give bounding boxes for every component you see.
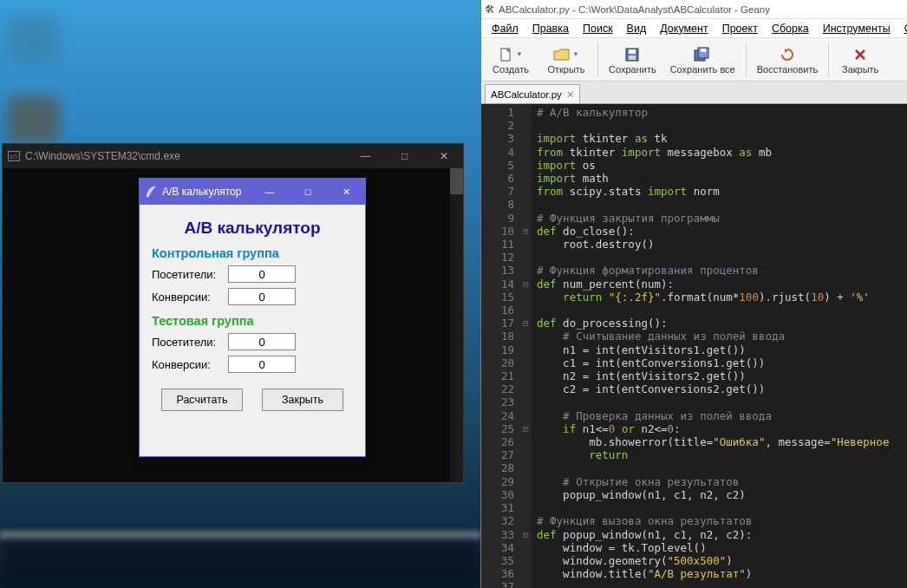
code-editor[interactable]: 1 2 3 4 5 6 7 8 9 10 11 12 13 14 15 16 1… — [481, 104, 907, 588]
geany-window-title: ABCalculator.py - C:\Work\DataAnalyst\AB… — [499, 4, 770, 15]
close-button[interactable]: ✕ — [327, 179, 365, 205]
svg-rect-2 — [629, 49, 636, 54]
close-button[interactable]: ✕ — [424, 144, 463, 168]
toolbar-separator — [746, 42, 747, 77]
file-new-icon: ▼ — [499, 45, 523, 64]
toolbar-new[interactable]: ▼ Создать — [483, 40, 538, 80]
toolbar-revert[interactable]: Восстановить — [750, 40, 825, 80]
calculate-button[interactable]: Расчитать — [161, 389, 243, 411]
menu-tools[interactable]: Инструменты — [816, 21, 897, 36]
revert-icon — [780, 45, 795, 64]
desktop-icon-blur — [7, 16, 59, 63]
tk-button-row: Расчитать Закрыть — [152, 389, 353, 411]
input-visitors-test[interactable] — [228, 333, 296, 350]
toolbar-new-label: Создать — [493, 64, 529, 75]
file-tab-label: ABCalculator.py — [491, 89, 562, 100]
row-visitors-control: Посетители: — [152, 265, 353, 283]
minimize-button[interactable]: — — [251, 179, 289, 205]
toolbar-saveall-label: Сохранить все — [670, 64, 735, 75]
maximize-button[interactable]: □ — [385, 144, 424, 168]
tk-window-title: A/B калькулятор — [162, 186, 251, 198]
menu-document[interactable]: Документ — [653, 21, 715, 36]
save-all-icon — [694, 45, 711, 64]
menu-help[interactable]: Справка — [897, 21, 907, 36]
app-heading: A/B калькулятор — [152, 219, 353, 238]
label-conversions: Конверсии: — [152, 358, 228, 371]
toolbar-save[interactable]: Сохранить — [602, 40, 663, 80]
input-visitors-control[interactable] — [228, 265, 296, 283]
toolbar-saveall[interactable]: Сохранить все — [663, 40, 742, 80]
label-visitors: Посетители: — [152, 336, 228, 349]
label-visitors: Посетители: — [152, 268, 228, 281]
label-conversions: Конверсии: — [152, 291, 228, 304]
cmd-titlebar[interactable]: c:\ C:\Windows\SYSTEM32\cmd.exe — □ ✕ — [3, 144, 463, 168]
fold-gutter[interactable]: ⊟ ⊟ ⊟ ⊟ ⊟ — [519, 104, 532, 588]
folder-open-icon: ▼ — [553, 45, 579, 64]
desktop-taskbar-blur — [0, 536, 480, 588]
svg-rect-3 — [629, 56, 636, 60]
geany-toolbar: ▼ Создать ▼ Открыть Сохранить Сохранить … — [481, 38, 907, 82]
svg-rect-6 — [701, 49, 706, 52]
cmd-title: C:\Windows\SYSTEM32\cmd.exe — [25, 150, 346, 162]
minimize-button[interactable]: — — [346, 144, 385, 168]
tk-feather-icon — [145, 185, 157, 199]
input-conversions-control[interactable] — [228, 288, 296, 305]
close-app-button[interactable]: Закрыть — [262, 389, 343, 411]
maximize-button[interactable]: □ — [289, 179, 327, 205]
toolbar-separator — [597, 42, 598, 77]
cmd-scrollbar[interactable] — [450, 168, 463, 482]
code-content[interactable]: # A/B калькулятор import tkinter as tk f… — [532, 104, 907, 588]
geany-window: 🛠 ABCalculator.py - C:\Work\DataAnalyst\… — [480, 0, 907, 588]
toolbar-revert-label: Восстановить — [757, 64, 818, 75]
toolbar-separator — [828, 42, 829, 77]
geany-menubar: Файл Правка Поиск Вид Документ Проект Сб… — [481, 19, 907, 38]
save-icon — [624, 45, 640, 64]
geany-tabbar: ABCalculator.py × — [481, 82, 907, 104]
menu-file[interactable]: Файл — [485, 21, 525, 36]
menu-project[interactable]: Проект — [715, 21, 765, 36]
menu-view[interactable]: Вид — [620, 21, 654, 36]
test-group-heading: Тестовая группа — [152, 314, 353, 328]
toolbar-open-label: Открыть — [547, 64, 584, 75]
tk-titlebar[interactable]: A/B калькулятор — □ ✕ — [140, 179, 365, 205]
menu-build[interactable]: Сборка — [765, 21, 816, 36]
row-conversions-control: Конверсии: — [152, 288, 353, 305]
control-group-heading: Контрольная группа — [152, 246, 353, 260]
file-tab[interactable]: ABCalculator.py × — [485, 84, 580, 103]
close-icon — [853, 45, 867, 64]
menu-search[interactable]: Поиск — [576, 21, 620, 36]
toolbar-close[interactable]: Закрыть — [832, 40, 888, 80]
row-visitors-test: Посетители: — [152, 333, 353, 350]
toolbar-open[interactable]: ▼ Открыть — [538, 40, 594, 80]
cmd-scroll-thumb[interactable] — [450, 168, 463, 194]
toolbar-close-label: Закрыть — [842, 64, 878, 75]
menu-edit[interactable]: Правка — [525, 21, 576, 36]
cmd-icon: c:\ — [8, 151, 20, 161]
input-conversions-test[interactable] — [228, 356, 296, 373]
geany-titlebar[interactable]: 🛠 ABCalculator.py - C:\Work\DataAnalyst\… — [481, 0, 907, 19]
desktop-icon-blur — [7, 95, 59, 143]
line-number-gutter: 1 2 3 4 5 6 7 8 9 10 11 12 13 14 15 16 1… — [481, 104, 519, 588]
toolbar-save-label: Сохранить — [609, 64, 656, 75]
ab-calculator-window: A/B калькулятор — □ ✕ A/B калькулятор Ко… — [139, 178, 366, 457]
tab-close-icon[interactable]: × — [567, 88, 574, 101]
row-conversions-test: Конверсии: — [152, 356, 353, 373]
tk-body: A/B калькулятор Контрольная группа Посет… — [140, 205, 365, 423]
geany-app-icon: 🛠 — [485, 3, 495, 16]
